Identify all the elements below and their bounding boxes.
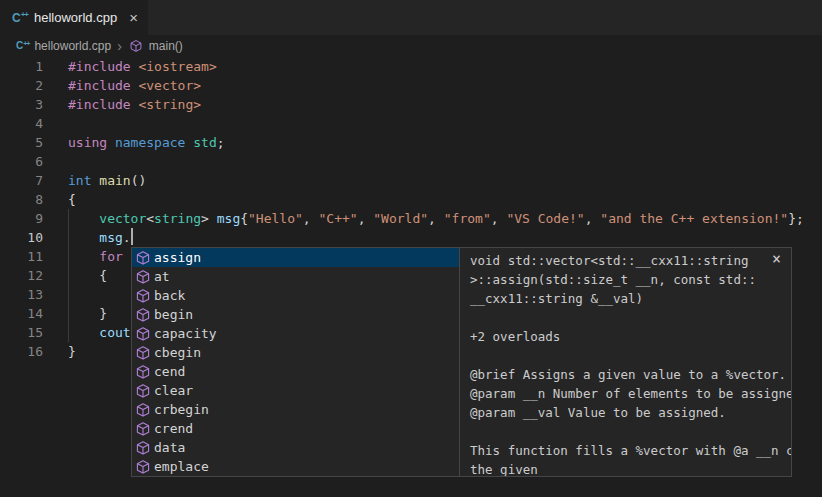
tab-helloworld-cpp[interactable]: C++ helloworld.cpp × (0, 0, 148, 35)
line-number[interactable]: 6 (0, 152, 43, 171)
code-line[interactable]: #include <string> (68, 95, 822, 114)
intellisense-suggest-widget: assignatbackbegincapacitycbegincendclear… (131, 247, 792, 477)
tab-close-icon[interactable]: × (129, 10, 138, 25)
cpp-icon-letter: C (12, 12, 21, 24)
docs-text-line: This function fills a %vector with @a __… (470, 441, 783, 460)
suggest-label: at (154, 267, 170, 286)
suggest-label: begin (154, 305, 193, 324)
text-cursor (131, 228, 133, 245)
line-number[interactable]: 11 (0, 247, 43, 266)
tab-bar: C++ helloworld.cpp × (0, 0, 822, 35)
suggest-label: emplace (154, 457, 209, 476)
suggest-item-cend[interactable]: cend (132, 362, 459, 381)
method-icon (135, 345, 151, 361)
method-icon (135, 459, 151, 475)
cpp-icon-plus: ++ (23, 40, 29, 47)
docs-signature-line: __cxx11::string &__val) (470, 289, 783, 308)
line-number[interactable]: 15 (0, 323, 43, 342)
docs-signature-line: >::assign(std::size_t __n, const std:: (470, 270, 783, 289)
suggest-item-cbegin[interactable]: cbegin (132, 343, 459, 362)
cpp-icon-plus: ++ (21, 11, 28, 19)
docs-text-line: @param __n Number of elements to be assi… (470, 384, 783, 403)
tab-title: helloworld.cpp (34, 10, 117, 25)
chevron-right-icon: › (117, 39, 122, 53)
cpp-file-icon: C++ (12, 12, 28, 24)
line-number[interactable]: 5 (0, 133, 43, 152)
docs-text-line: @brief Assigns a given value to a %vecto… (470, 365, 783, 384)
docs-text-line: @param __val Value to be assigned. (470, 403, 783, 422)
suggest-label: assign (154, 248, 201, 267)
suggest-label: cend (154, 362, 185, 381)
code-line[interactable]: int main() (68, 171, 822, 190)
suggest-item-emplace[interactable]: emplace (132, 457, 459, 476)
suggest-label: back (154, 286, 185, 305)
line-number[interactable]: 7 (0, 171, 43, 190)
line-number[interactable]: 13 (0, 285, 43, 304)
code-line[interactable]: msg. (68, 228, 822, 247)
suggest-item-crend[interactable]: crend (132, 419, 459, 438)
line-number[interactable]: 16 (0, 342, 43, 361)
docs-signature: void std::vector<std::__cxx11::string>::… (470, 251, 783, 308)
code-line[interactable]: #include <vector> (68, 76, 822, 95)
breadcrumb-symbol[interactable]: main() (149, 39, 183, 53)
method-icon (135, 421, 151, 437)
suggest-item-capacity[interactable]: capacity (132, 324, 459, 343)
docs-text-line (470, 422, 783, 441)
code-line[interactable] (68, 114, 822, 133)
line-number-gutter: 12345678910111213141516 (0, 57, 43, 361)
method-icon (135, 402, 151, 418)
suggest-list: assignatbackbegincapacitycbegincendclear… (132, 248, 459, 476)
breadcrumb-file[interactable]: helloworld.cpp (34, 39, 111, 53)
method-icon (135, 307, 151, 323)
suggest-item-clear[interactable]: clear (132, 381, 459, 400)
docs-body: @brief Assigns a given value to a %vecto… (470, 365, 783, 476)
breadcrumb: C++ helloworld.cpp › main() (0, 35, 822, 57)
suggest-docs-panel: × void std::vector<std::__cxx11::string>… (459, 248, 791, 476)
method-icon (135, 250, 151, 266)
line-number[interactable]: 2 (0, 76, 43, 95)
method-icon (135, 288, 151, 304)
line-number[interactable]: 1 (0, 57, 43, 76)
suggest-label: crbegin (154, 400, 209, 419)
code-line[interactable]: #include <iostream> (68, 57, 822, 76)
suggest-label: capacity (154, 324, 217, 343)
method-icon (135, 269, 151, 285)
method-icon (135, 383, 151, 399)
docs-text-line: the given (470, 460, 783, 476)
line-number[interactable]: 4 (0, 114, 43, 133)
code-line[interactable]: using namespace std; (68, 133, 822, 152)
close-icon[interactable]: × (770, 250, 783, 269)
suggest-item-back[interactable]: back (132, 286, 459, 305)
docs-overloads: +2 overloads (470, 327, 783, 346)
line-number[interactable]: 10 (0, 228, 43, 247)
line-number[interactable]: 14 (0, 304, 43, 323)
line-number[interactable]: 3 (0, 95, 43, 114)
cpp-file-icon: C++ (16, 41, 29, 51)
method-icon (135, 364, 151, 380)
suggest-item-assign[interactable]: assign (132, 248, 459, 267)
line-number[interactable]: 9 (0, 209, 43, 228)
suggest-label: data (154, 438, 185, 457)
suggest-item-crbegin[interactable]: crbegin (132, 400, 459, 419)
suggest-label: crend (154, 419, 193, 438)
method-icon (128, 38, 144, 54)
docs-signature-line: void std::vector<std::__cxx11::string (470, 251, 783, 270)
code-line[interactable]: vector<string> msg{"Hello", "C++", "Worl… (68, 209, 822, 228)
vscode-window: C++ helloworld.cpp × C++ helloworld.cpp … (0, 0, 822, 497)
suggest-item-begin[interactable]: begin (132, 305, 459, 324)
method-icon (135, 326, 151, 342)
code-editor[interactable]: 12345678910111213141516 #include <iostre… (0, 57, 822, 497)
cpp-icon-letter: C (16, 41, 23, 51)
line-number[interactable]: 12 (0, 266, 43, 285)
line-number[interactable]: 8 (0, 190, 43, 209)
method-icon (135, 440, 151, 456)
code-line[interactable] (68, 152, 822, 171)
suggest-label: cbegin (154, 343, 201, 362)
suggest-item-at[interactable]: at (132, 267, 459, 286)
suggest-label: clear (154, 381, 193, 400)
code-line[interactable]: { (68, 190, 822, 209)
suggest-item-data[interactable]: data (132, 438, 459, 457)
